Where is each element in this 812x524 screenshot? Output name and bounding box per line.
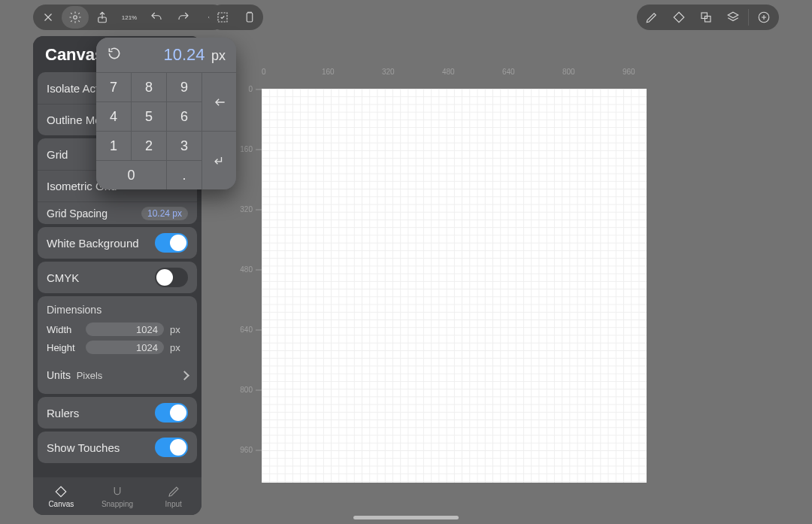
svg-rect-3 bbox=[247, 13, 253, 22]
undo-button[interactable] bbox=[143, 6, 170, 29]
shape-tool-button[interactable] bbox=[665, 6, 692, 29]
add-button[interactable] bbox=[750, 6, 777, 29]
cmyk-toggle[interactable] bbox=[155, 268, 188, 287]
svg-rect-5 bbox=[705, 17, 711, 23]
numpad-reset-button[interactable] bbox=[107, 46, 122, 64]
numpad-backspace[interactable] bbox=[202, 73, 236, 131]
numpad-enter[interactable] bbox=[202, 132, 236, 189]
layers-button[interactable] bbox=[720, 6, 747, 29]
show-touches-toggle[interactable] bbox=[155, 438, 188, 457]
pen-tool-button[interactable] bbox=[638, 6, 665, 29]
numpad-key-9[interactable]: 9 bbox=[167, 73, 201, 101]
zoom-indicator[interactable]: 121% bbox=[116, 6, 143, 29]
numpad-key-dot[interactable]: . bbox=[167, 161, 201, 189]
close-button[interactable] bbox=[35, 6, 62, 29]
numpad-key-3[interactable]: 3 bbox=[167, 132, 201, 160]
rulers-toggle[interactable] bbox=[155, 403, 188, 423]
canvas-area: 0160320480640800960 0160320480640800960 bbox=[226, 68, 812, 524]
numpad-key-7[interactable]: 7 bbox=[96, 73, 131, 101]
canvas[interactable] bbox=[262, 89, 647, 483]
boolean-tool-button[interactable] bbox=[692, 6, 720, 29]
grid-spacing-row[interactable]: Grid Spacing 10.24 px bbox=[38, 201, 197, 224]
toolbar-left: 121% bbox=[33, 5, 226, 30]
numpad-key-2[interactable]: 2 bbox=[132, 132, 166, 160]
numpad-value: 10.24 bbox=[163, 45, 205, 64]
tab-snapping[interactable]: Snapping bbox=[89, 477, 146, 515]
settings-gear-button[interactable] bbox=[62, 6, 89, 29]
numpad-key-1[interactable]: 1 bbox=[96, 132, 131, 160]
numpad-key-5[interactable]: 5 bbox=[132, 102, 166, 131]
numeric-keypad-popover: 10.24 px 7 8 9 4 5 6 1 2 3 0 . bbox=[96, 38, 236, 189]
selection-tool-button[interactable] bbox=[209, 6, 236, 29]
share-button[interactable] bbox=[89, 6, 116, 29]
tab-input[interactable]: Input bbox=[145, 477, 201, 515]
home-indicator bbox=[353, 516, 459, 519]
dimensions-heading: Dimensions bbox=[47, 304, 188, 316]
numpad-unit: px bbox=[211, 48, 226, 63]
numpad-key-6[interactable]: 6 bbox=[167, 102, 201, 131]
svg-point-0 bbox=[74, 16, 77, 20]
redo-button[interactable] bbox=[170, 6, 197, 29]
sidebar-tabs: Canvas Snapping Input bbox=[33, 477, 201, 515]
chevron-right-icon bbox=[180, 371, 189, 380]
units-row[interactable]: Units Pixels bbox=[47, 364, 188, 386]
rulers-row[interactable]: Rulers bbox=[38, 397, 197, 429]
show-touches-row[interactable]: Show Touches bbox=[38, 432, 197, 463]
white-background-row[interactable]: White Background bbox=[38, 227, 197, 259]
numpad-key-0[interactable]: 0 bbox=[96, 161, 166, 189]
svg-rect-4 bbox=[701, 13, 707, 19]
width-row[interactable]: Width 1024 px bbox=[47, 320, 188, 338]
dimensions-block: Dimensions Width 1024 px Height 1024 px … bbox=[38, 296, 197, 394]
ruler-horizontal: 0160320480640800960 bbox=[256, 68, 812, 81]
white-background-toggle[interactable] bbox=[155, 233, 188, 253]
cmyk-row[interactable]: CMYK bbox=[38, 262, 197, 293]
height-row[interactable]: Height 1024 px bbox=[47, 338, 188, 356]
clipboard-button[interactable] bbox=[236, 6, 263, 29]
grid-spacing-value[interactable]: 10.24 px bbox=[141, 207, 188, 220]
numpad-key-8[interactable]: 8 bbox=[132, 73, 166, 101]
tab-canvas[interactable]: Canvas bbox=[33, 477, 89, 515]
toolbar-select-group bbox=[209, 5, 263, 30]
numpad-key-4[interactable]: 4 bbox=[96, 102, 131, 131]
toolbar-right bbox=[637, 5, 779, 30]
